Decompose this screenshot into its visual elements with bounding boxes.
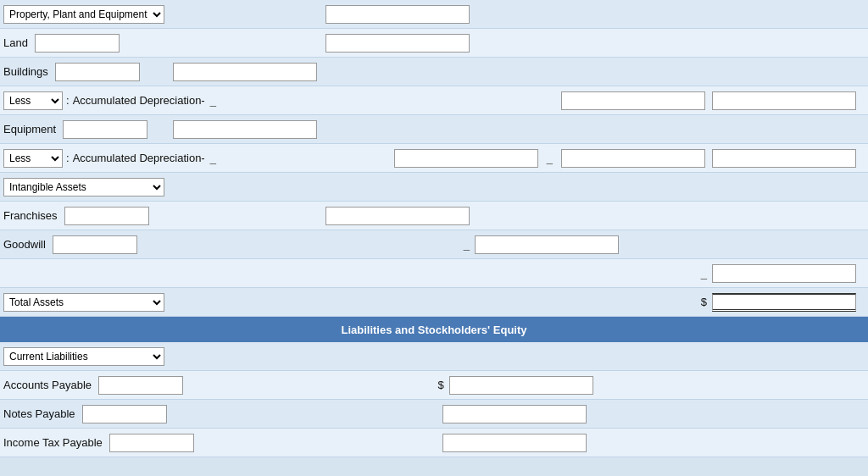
franchises-input-c[interactable] (326, 207, 470, 225)
franchises-label-cell: Franchises (3, 207, 173, 225)
dash-2: _ (209, 152, 218, 164)
land-input-c[interactable] (326, 34, 470, 53)
land-input-a[interactable] (35, 34, 120, 53)
intangible-assets-select[interactable]: Intangible Assets (3, 178, 164, 196)
property-plant-equipment-input-c[interactable] (326, 5, 470, 24)
land-label: Land (3, 36, 28, 49)
acc-dep-2-label: Accumulated Depreciation- (73, 152, 205, 164)
franchises-label: Franchises (3, 209, 58, 222)
buildings-row: Buildings (0, 58, 868, 86)
goodwill-label: Goodwill (3, 238, 46, 251)
current-liabilities-row: Current Liabilities (0, 342, 868, 371)
land-row: Land (0, 29, 868, 58)
accounts-payable-label-cell: Accounts Payable (3, 376, 173, 395)
dash-3: _ (545, 152, 554, 164)
liabilities-header: Liabilities and Stockholders' Equity (0, 317, 868, 342)
less-acc-dep-1-label: : (66, 94, 70, 107)
less-select-2[interactable]: Less (3, 149, 63, 168)
equipment-input-b[interactable] (173, 120, 317, 139)
property-plant-equipment-cell: Property, Plant and Equipment (3, 5, 173, 24)
notes-payable-input-c[interactable] (442, 405, 587, 423)
less-acc-dep-1-input-b[interactable] (561, 91, 705, 110)
total-assets-row: Total Assets $ (0, 288, 868, 317)
land-label-cell: Land (3, 34, 173, 53)
less-acc-dep-1-input-c[interactable] (712, 91, 856, 110)
franchises-row: Franchises (0, 202, 868, 230)
income-tax-payable-label: Income Tax Payable (3, 436, 103, 449)
blank-dash: _ (699, 267, 709, 280)
goodwill-input-c[interactable] (475, 235, 619, 254)
accounts-payable-dollar: $ (436, 379, 445, 391)
less-acc-dep-2-input-b[interactable] (394, 149, 538, 168)
accounts-payable-label: Accounts Payable (3, 379, 92, 391)
dash-1: _ (209, 94, 218, 107)
goodwill-dash: _ (462, 238, 471, 251)
spreadsheet-container: Property, Plant and Equipment Land Build… (0, 0, 868, 457)
buildings-input-b[interactable] (173, 63, 317, 81)
income-tax-payable-label-cell: Income Tax Payable (3, 434, 173, 452)
total-assets-dollar: $ (699, 296, 709, 308)
buildings-label: Buildings (3, 65, 48, 78)
liabilities-header-text: Liabilities and Stockholders' Equity (341, 324, 526, 336)
property-plant-equipment-select[interactable]: Property, Plant and Equipment (3, 5, 164, 24)
buildings-label-cell: Buildings (3, 63, 173, 81)
equipment-label-cell: Equipment (3, 120, 173, 139)
intangible-assets-cell: Intangible Assets (3, 178, 173, 196)
accounts-payable-input-c[interactable] (449, 376, 593, 395)
property-plant-equipment-row: Property, Plant and Equipment (0, 0, 868, 29)
income-tax-payable-row: Income Tax Payable (0, 429, 868, 457)
total-assets-select[interactable]: Total Assets (3, 293, 164, 312)
less-select-1[interactable]: Less (3, 91, 63, 110)
accounts-payable-input-a[interactable] (98, 376, 183, 395)
total-assets-input[interactable] (712, 293, 856, 312)
equipment-input-a[interactable] (63, 120, 147, 139)
less-acc-dep-2-input-d[interactable] (712, 149, 856, 168)
less-acc-dep-2-cell: Less : Accumulated Depreciation- _ (3, 149, 218, 168)
less-acc-dep-2-colon: : (66, 152, 70, 164)
notes-payable-label: Notes Payable (3, 407, 75, 420)
total-assets-cell: Total Assets (3, 293, 173, 312)
current-liabilities-cell: Current Liabilities (3, 347, 173, 366)
equipment-label: Equipment (3, 123, 56, 136)
goodwill-label-cell: Goodwill (3, 235, 173, 254)
buildings-input-a[interactable] (55, 63, 140, 81)
less-acc-dep-1-row: Less : Accumulated Depreciation- _ (0, 86, 868, 115)
notes-payable-input-a[interactable] (82, 405, 167, 423)
acc-dep-1-label: Accumulated Depreciation- (73, 94, 205, 107)
notes-payable-row: Notes Payable (0, 400, 868, 429)
franchises-input-a[interactable] (64, 207, 149, 225)
accounts-payable-row: Accounts Payable $ (0, 371, 868, 400)
blank-input[interactable] (712, 264, 856, 283)
notes-payable-label-cell: Notes Payable (3, 405, 173, 423)
equipment-row: Equipment (0, 115, 868, 144)
less-acc-dep-2-row: Less : Accumulated Depreciation- _ _ (0, 144, 868, 173)
intangible-assets-row: Intangible Assets (0, 173, 868, 202)
current-liabilities-select[interactable]: Current Liabilities (3, 347, 164, 366)
goodwill-row: Goodwill _ (0, 230, 868, 259)
less-acc-dep-2-input-c[interactable] (561, 149, 705, 168)
less-acc-dep-1-cell: Less : Accumulated Depreciation- _ (3, 91, 218, 110)
blank-row: _ (0, 259, 868, 288)
income-tax-payable-input-c[interactable] (442, 434, 587, 452)
goodwill-input-a[interactable] (53, 235, 137, 254)
